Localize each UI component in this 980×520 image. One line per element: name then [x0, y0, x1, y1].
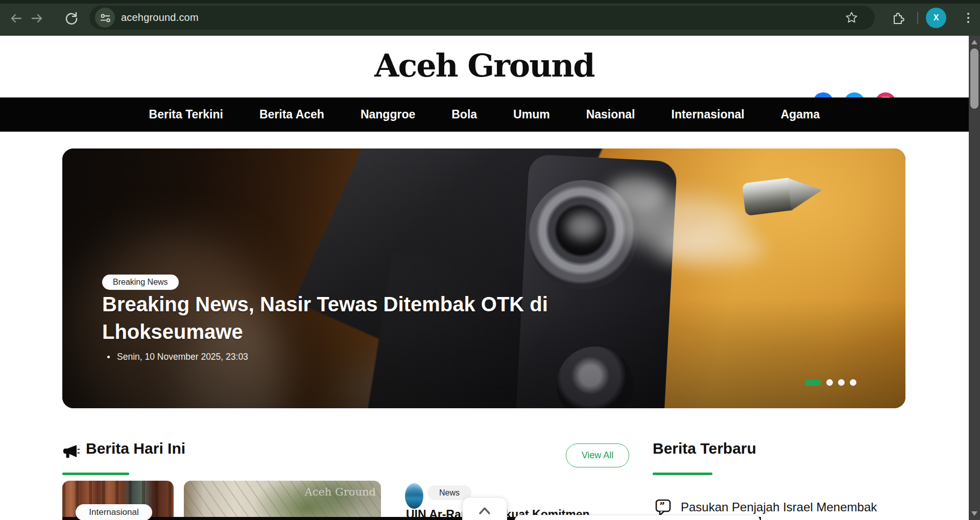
toolbar-divider [917, 12, 918, 24]
megaphone-icon [62, 444, 80, 462]
reload-button[interactable] [64, 11, 79, 26]
back-button[interactable] [8, 11, 22, 26]
category-badge[interactable]: Internasional [76, 504, 152, 520]
image-watermark: Aceh Ground [304, 486, 376, 498]
scrollbar-up-arrow[interactable] [971, 40, 977, 44]
bullet-dot [107, 356, 110, 358]
hero-date: Senin, 10 November 2025, 23:03 [107, 352, 248, 362]
bookmark-star-icon[interactable] [845, 11, 858, 24]
hero-category-badge[interactable]: Breaking News [102, 275, 179, 290]
carousel-dot[interactable] [838, 379, 845, 386]
profile-avatar[interactable]: X [926, 8, 946, 28]
svg-text:”: ” [659, 501, 665, 511]
nav-item-berita-terkini[interactable]: Berita Terkini [149, 108, 223, 121]
browser-window: acehground.com X Aceh Ground [0, 0, 980, 520]
green-underline [62, 473, 129, 475]
extensions-icon[interactable] [890, 10, 905, 26]
address-bar[interactable]: acehground.com [89, 6, 875, 30]
nav-item-internasional[interactable]: Internasional [672, 108, 745, 121]
nav-item-nasional[interactable]: Nasional [586, 108, 635, 121]
hero-image [62, 148, 905, 408]
nav-item-bola[interactable]: Bola [451, 108, 477, 121]
news-thumbnail [405, 483, 423, 509]
scrollbar-thumb[interactable] [970, 48, 978, 109]
nav-item-umum[interactable]: Umum [513, 108, 550, 121]
nav-item-nanggroe[interactable]: Nanggroe [361, 108, 415, 121]
hero-date-text: Senin, 10 November 2025, 23:03 [117, 352, 248, 362]
browser-toolbar: acehground.com X [0, 0, 980, 36]
carousel-dot[interactable] [850, 379, 856, 386]
site-logo[interactable]: Aceh Ground [0, 47, 969, 84]
nav-item-agama[interactable]: Agama [781, 108, 820, 121]
latest-section-title: Berita Terbaru [653, 440, 756, 457]
latest-item-title[interactable]: Pasukan Penjajah Israel Menembak [681, 499, 900, 515]
nav-item-berita-aceh[interactable]: Berita Aceh [259, 108, 324, 121]
site-settings-icon[interactable] [95, 8, 115, 28]
scrollbar[interactable] [969, 36, 980, 520]
window-top-edge [0, 0, 980, 4]
carousel-indicators [805, 379, 856, 386]
url-text[interactable]: acehground.com [121, 12, 199, 23]
carousel-dot[interactable] [826, 379, 833, 386]
hero-carousel[interactable]: Breaking News Breaking News, Nasir Tewas… [62, 148, 905, 408]
view-all-button[interactable]: View All [566, 443, 629, 467]
site-header: Aceh Ground [0, 36, 969, 97]
main-navigation: Berita Terkini Berita Aceh Nanggroe Bola… [0, 97, 969, 132]
chevron-up-icon [477, 505, 492, 516]
carousel-dot-active[interactable] [805, 380, 821, 386]
news-card-image[interactable]: Aceh Ground [184, 481, 381, 520]
forward-button[interactable] [31, 11, 45, 26]
today-section-title: Berita Hari Ini [86, 440, 185, 457]
green-underline [653, 473, 712, 475]
scrollbar-down-arrow[interactable] [971, 511, 977, 516]
hero-headline[interactable]: Breaking News, Nasir Tewas Ditembak OTK … [102, 290, 592, 346]
peeking-card-edge [515, 515, 760, 520]
chrome-menu-icon[interactable] [961, 11, 975, 25]
scroll-to-top-button[interactable] [462, 497, 507, 520]
